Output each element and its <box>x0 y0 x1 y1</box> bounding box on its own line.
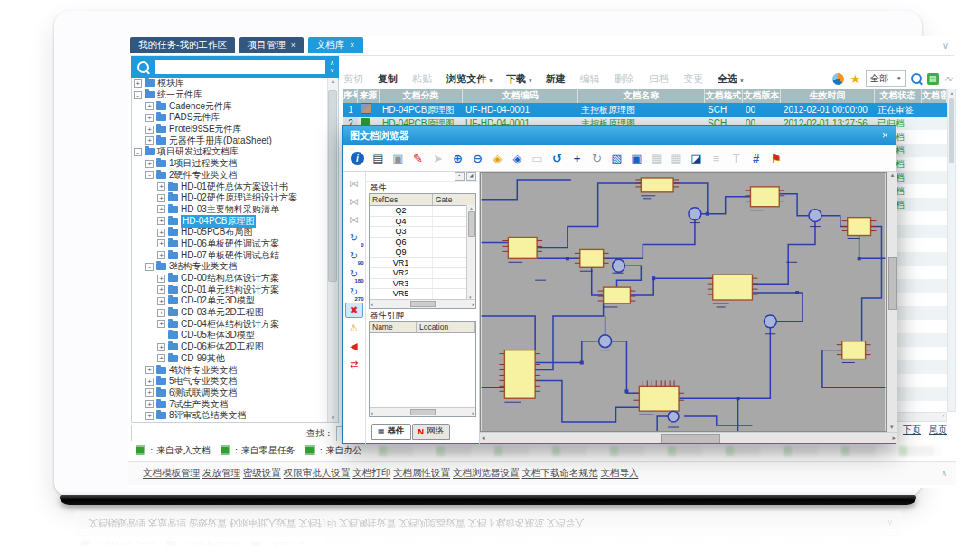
close-icon[interactable]: × <box>882 129 888 142</box>
tree-expander[interactable]: + <box>157 285 165 294</box>
cut-button[interactable]: 剪切 <box>343 72 365 86</box>
column-header[interactable]: 生效时间 <box>781 89 875 103</box>
scrollbar-thumb[interactable] <box>661 434 720 443</box>
tree-item[interactable]: + CD-03单元2D工程图 <box>132 307 338 319</box>
tree-expander[interactable]: + <box>157 205 165 213</box>
layer-colors-icon[interactable]: ⚑ <box>766 149 785 167</box>
dialog-title-bar[interactable]: 图文档浏览器 × <box>343 126 896 145</box>
tree-expander[interactable]: - <box>145 171 154 179</box>
collapse-chevron-icon[interactable]: ∧ <box>941 469 947 478</box>
tree-item[interactable]: + 4软件专业类文档 <box>132 364 338 376</box>
tree-expander[interactable]: + <box>157 182 165 191</box>
scrollbar-thumb[interactable] <box>410 301 436 307</box>
bottom-menu-item[interactable]: 文档属性设置 <box>393 467 450 478</box>
tree-item[interactable]: + Cadence元件库 <box>132 100 338 112</box>
tree-expander[interactable]: + <box>157 194 165 202</box>
mirror-horizontal-icon[interactable]: ⋈ <box>345 176 363 191</box>
tree-expander[interactable]: + <box>145 400 154 408</box>
column-header[interactable]: 文档版本 <box>743 89 781 103</box>
canvas-horizontal-scrollbar[interactable]: ◂▸ <box>480 432 897 443</box>
pan-icon[interactable]: + <box>568 149 587 167</box>
tree-item[interactable]: + 6测试联调类文档 <box>132 387 338 399</box>
tree-expander[interactable]: + <box>145 114 154 122</box>
browse-file-button[interactable]: 浏览文件 ∨ <box>446 72 493 86</box>
grid-icon[interactable]: # <box>746 149 765 167</box>
next-highlight-icon[interactable]: ⇄ <box>345 357 363 372</box>
mirror-tool-icon[interactable]: ◪ <box>687 149 706 167</box>
tree-expander[interactable]: + <box>157 320 165 328</box>
tree-expander[interactable]: - <box>134 91 142 99</box>
tree-expander[interactable]: - <box>134 148 142 156</box>
component-row[interactable]: VR1 <box>370 258 475 269</box>
error-marker-icon[interactable]: ⚠ <box>345 321 363 336</box>
tab-document-library[interactable]: 文档库 × <box>308 37 363 53</box>
scrollbar-thumb[interactable] <box>949 98 954 163</box>
tree-expander[interactable]: + <box>145 378 154 386</box>
scrollbar-thumb[interactable] <box>888 257 897 310</box>
prev-highlight-icon[interactable]: ◀ <box>345 339 363 354</box>
viewer-tab[interactable]: ▦ 器件 <box>371 424 411 440</box>
column-header[interactable]: 文档编码 <box>463 89 578 103</box>
resize-panel-icon[interactable]: ◢ <box>466 172 476 181</box>
tree-item[interactable]: + CD-00结构总体设计方案 <box>132 273 338 285</box>
zoom-window-icon[interactable]: ▧ <box>607 149 626 167</box>
full-screen-icon[interactable]: ▣ <box>627 149 646 167</box>
tree-item[interactable]: - 3结构专业类文档 <box>132 261 338 273</box>
tree-expander[interactable]: + <box>145 388 154 397</box>
tree-expander[interactable]: + <box>145 366 154 374</box>
component-row[interactable]: Q3 <box>370 227 475 238</box>
tree-expander[interactable]: + <box>134 79 142 88</box>
tree-item[interactable]: + HD-07单板硬件调试总结 <box>132 249 338 261</box>
tree-expander[interactable]: + <box>145 160 154 168</box>
tree-item[interactable]: + CD-02单元3D模型 <box>132 295 338 307</box>
bottom-menu-item[interactable]: 权限审批人设置 <box>284 467 351 478</box>
component-row[interactable]: VR5 <box>370 289 475 300</box>
copy-button[interactable]: 复制 <box>378 72 399 86</box>
tree-item[interactable]: + CD-01单元结构设计方案 <box>132 284 338 295</box>
overlay-icon[interactable]: ▦ <box>667 149 686 167</box>
search-input[interactable] <box>155 60 325 74</box>
select-cursor-icon[interactable]: ➤ <box>428 149 447 167</box>
download-button[interactable]: 下载 ∨ <box>506 72 533 86</box>
mirror-vertical-icon[interactable]: ⋈ <box>345 194 363 210</box>
tree-expander[interactable]: + <box>157 354 165 362</box>
tree-item[interactable]: + 模块库 <box>132 78 338 89</box>
fit-page-icon[interactable]: ◈ <box>508 149 527 167</box>
tree-item[interactable]: + HD-05PCB布局图 <box>132 227 338 238</box>
favorite-star-icon[interactable]: ★ <box>849 73 860 85</box>
canvas-vertical-scrollbar[interactable]: ▴▾ <box>887 172 897 432</box>
tree-item[interactable]: + Protel99SE元件库 <box>132 124 338 135</box>
tree-expander[interactable]: - <box>145 263 154 271</box>
tree-expander[interactable]: + <box>157 309 165 317</box>
tab-my-workspace[interactable]: 我的任务-我的工作区 <box>130 37 235 53</box>
tree-scrollbar-thumb[interactable] <box>328 90 337 282</box>
tree-expander[interactable]: + <box>157 251 165 259</box>
tree-item[interactable]: + HD-06单板硬件调试方案 <box>132 238 338 250</box>
tree-expander[interactable]: + <box>145 102 154 110</box>
bottom-menu-item[interactable]: 文档下载命名规范 <box>521 467 597 478</box>
tree-item[interactable]: - 项目研发过程文档库 <box>132 146 338 158</box>
select-all-button[interactable]: 全选 ∨ <box>718 72 745 86</box>
zoom-in-icon[interactable]: ⊕ <box>448 149 467 167</box>
tree-item[interactable]: + CD-06柜体2D工程图 <box>132 341 338 353</box>
bottom-menu-item[interactable]: 发放管理 <box>202 467 240 478</box>
collapse-panel-icon[interactable]: ▪ <box>455 172 465 181</box>
rotate-0-icon[interactable]: ↻ 0 <box>345 230 363 246</box>
search-prev-next[interactable]: ∧ ∨ <box>330 60 334 74</box>
tree-item[interactable]: + CD-99其他 <box>132 353 338 365</box>
previous-view-icon[interactable]: ▭ <box>528 149 547 167</box>
schematic-canvas[interactable] <box>480 172 887 432</box>
component-grid-hscrollbar[interactable]: ◂▸ <box>370 299 475 308</box>
component-row[interactable]: Q6 <box>370 238 475 248</box>
column-header[interactable]: RefDes <box>370 194 433 205</box>
tree-item[interactable]: + 7试生产类文档 <box>132 398 338 410</box>
tree-expander[interactable]: + <box>145 126 154 134</box>
tree-item[interactable]: + 1项目过程类文档 <box>132 158 338 170</box>
tree-item[interactable]: + 8评审或总结类文档 <box>132 410 338 422</box>
column-header[interactable]: 文档名称 <box>578 89 705 103</box>
change-button[interactable]: 变更 <box>683 72 705 86</box>
rotate-180-icon[interactable]: ↻ 180 <box>345 266 363 282</box>
tree-expander[interactable]: + <box>145 136 154 145</box>
viewer-tab[interactable]: N 网络 <box>412 424 451 440</box>
edit-button[interactable]: 编辑 <box>580 72 602 86</box>
